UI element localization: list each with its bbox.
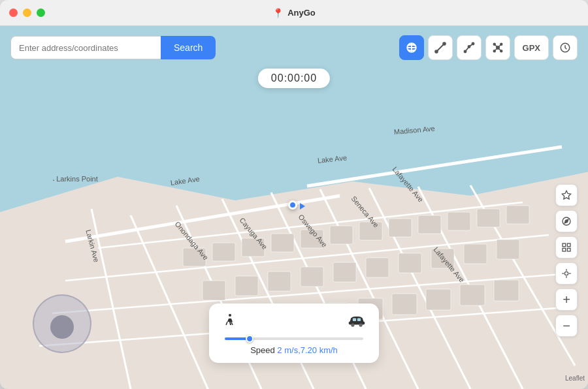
car-icon xyxy=(348,313,366,332)
speed-slider[interactable] xyxy=(225,337,363,340)
svg-point-50 xyxy=(443,42,446,45)
svg-rect-24 xyxy=(448,212,470,230)
svg-point-76 xyxy=(229,314,231,317)
compass-btn[interactable] xyxy=(555,210,578,232)
svg-point-71 xyxy=(564,272,568,275)
svg-point-51 xyxy=(464,51,466,53)
svg-rect-29 xyxy=(268,272,291,291)
zoom-in-btn[interactable]: + xyxy=(555,288,578,311)
svg-line-77 xyxy=(226,322,227,325)
svg-rect-83 xyxy=(357,319,361,321)
svg-rect-70 xyxy=(567,248,570,251)
map-label-larkins-point: • Larkins Point xyxy=(53,175,98,183)
zoom-out-btn[interactable]: − xyxy=(555,315,578,337)
app-title-group: 📍 AnyGo xyxy=(272,8,316,18)
svg-point-80 xyxy=(351,323,354,326)
svg-rect-22 xyxy=(389,219,412,237)
svg-point-49 xyxy=(435,50,438,53)
svg-rect-28 xyxy=(235,276,258,296)
leaflet-attribution: Leaflet xyxy=(565,375,585,382)
svg-rect-42 xyxy=(392,294,417,315)
svg-point-52 xyxy=(468,46,470,48)
svg-rect-69 xyxy=(563,248,566,251)
location-marker xyxy=(288,200,300,212)
close-button[interactable] xyxy=(9,8,18,17)
svg-line-14 xyxy=(91,209,131,389)
svg-rect-36 xyxy=(497,240,519,259)
traffic-lights xyxy=(9,8,45,17)
map-layers-btn[interactable] xyxy=(555,236,578,258)
svg-rect-45 xyxy=(494,280,519,301)
maximize-button[interactable] xyxy=(37,8,45,17)
svg-line-9 xyxy=(307,147,562,186)
svg-rect-30 xyxy=(301,267,323,287)
search-input[interactable] xyxy=(10,36,161,59)
svg-rect-68 xyxy=(567,243,570,247)
svg-rect-33 xyxy=(399,253,421,273)
my-location-btn[interactable] xyxy=(555,262,578,285)
svg-rect-16 xyxy=(212,243,235,261)
search-area: Search xyxy=(10,36,216,59)
svg-rect-20 xyxy=(330,226,353,244)
speed-icons xyxy=(222,313,366,332)
map-container[interactable]: Lake Ave Lake Ave Madison Ave Lafayette … xyxy=(0,26,588,389)
svg-marker-66 xyxy=(564,219,568,223)
svg-point-53 xyxy=(472,43,474,45)
svg-rect-79 xyxy=(349,322,365,324)
gpx-btn[interactable]: GPX xyxy=(514,35,549,60)
svg-rect-44 xyxy=(460,285,485,305)
app-window: 📍 AnyGo xyxy=(0,0,588,389)
svg-rect-18 xyxy=(271,234,294,252)
svg-rect-26 xyxy=(506,206,529,224)
multi-stop-route-btn[interactable] xyxy=(457,35,482,60)
svg-rect-82 xyxy=(353,319,356,321)
walk-icon xyxy=(222,313,238,332)
one-stop-route-btn[interactable] xyxy=(428,35,453,60)
history-btn[interactable] xyxy=(553,35,578,60)
svg-rect-35 xyxy=(464,244,487,264)
minimize-button[interactable] xyxy=(23,8,31,17)
pin-icon: 📍 xyxy=(272,8,284,18)
speed-label: Speed 2 m/s,7.20 km/h xyxy=(222,345,366,355)
svg-rect-32 xyxy=(366,258,389,277)
app-title: AnyGo xyxy=(287,8,316,18)
svg-line-78 xyxy=(231,322,233,325)
freestyle-mode-btn[interactable] xyxy=(485,35,510,60)
right-toolbar: GPX xyxy=(399,35,578,60)
svg-rect-27 xyxy=(203,281,225,300)
svg-rect-43 xyxy=(426,289,451,310)
titlebar: 📍 AnyGo xyxy=(0,0,588,26)
svg-marker-64 xyxy=(562,191,570,199)
search-button[interactable]: Search xyxy=(161,36,216,59)
joystick[interactable] xyxy=(33,294,91,353)
teleport-mode-btn[interactable] xyxy=(399,35,424,60)
svg-point-81 xyxy=(359,323,363,326)
speed-panel: Speed 2 m/s,7.20 km/h xyxy=(209,303,379,363)
svg-rect-31 xyxy=(333,262,356,282)
svg-rect-67 xyxy=(563,243,566,247)
right-side-buttons: + − xyxy=(555,184,578,337)
toolbar: Search xyxy=(0,35,588,60)
svg-rect-23 xyxy=(418,215,441,234)
svg-rect-25 xyxy=(477,209,500,227)
timer-display: 00:00:00 xyxy=(258,69,330,88)
favorite-btn[interactable] xyxy=(555,184,578,206)
